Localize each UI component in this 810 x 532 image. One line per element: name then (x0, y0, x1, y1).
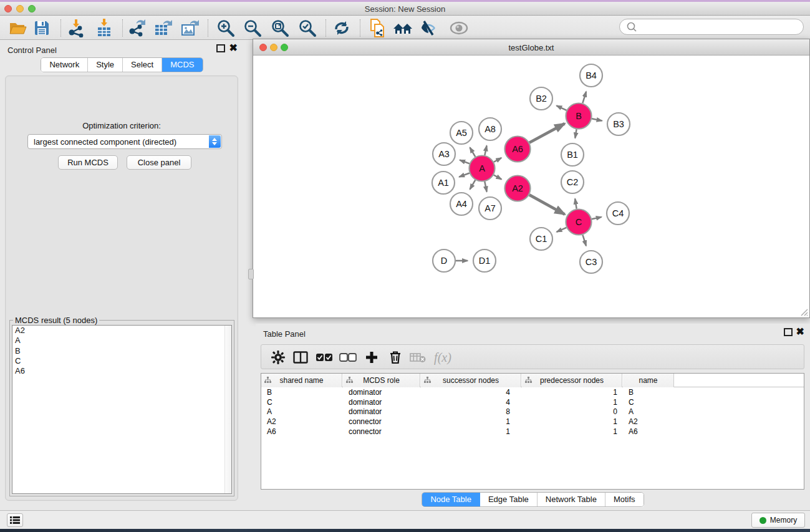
delete-table-icon[interactable] (407, 348, 428, 367)
table-row[interactable]: A6connector11A6 (261, 427, 804, 437)
save-session-icon[interactable] (30, 19, 54, 37)
graph-edge-B-B4[interactable] (582, 92, 586, 104)
graph-edge-B-B1[interactable] (575, 129, 576, 138)
table-cell[interactable]: A (261, 407, 342, 417)
zoom-fit-icon[interactable] (268, 19, 292, 37)
table-cell[interactable]: 4 (421, 398, 521, 408)
column-header[interactable]: name (623, 374, 674, 387)
graph-edge-C-C3[interactable] (582, 235, 586, 246)
network-view-window[interactable]: testGlobe.txt B4B2BB3A5A8A6A3B1AA1C2A2A4… (253, 39, 810, 318)
result-scrollbar[interactable] (224, 326, 231, 493)
mcds-result-item[interactable]: C (12, 356, 231, 366)
task-history-button[interactable] (7, 513, 23, 527)
graph-edge-A-A8[interactable] (485, 145, 486, 155)
column-header[interactable]: shared name (261, 374, 342, 387)
graph-edge-A-A5[interactable] (470, 147, 476, 157)
table-cell[interactable]: 1 (522, 388, 622, 398)
table-cell[interactable]: A6 (261, 427, 342, 437)
table-cell[interactable]: 1 (421, 427, 521, 437)
mcds-result-item[interactable]: A (12, 336, 231, 346)
mcds-result-item[interactable]: A2 (12, 326, 231, 336)
table-cell[interactable]: A2 (623, 417, 674, 427)
table-cell[interactable]: dominator (343, 407, 420, 417)
close-panel-icon[interactable]: ✖ (229, 42, 238, 54)
table-cell[interactable]: dominator (343, 398, 420, 408)
float-panel-icon[interactable] (216, 44, 225, 52)
table-cell[interactable]: connector (343, 427, 420, 437)
table-cell[interactable]: C (261, 398, 342, 408)
graph-edge-A-A1[interactable] (459, 173, 470, 177)
splitter-handle[interactable] (248, 269, 254, 279)
create-column-icon[interactable] (361, 348, 382, 367)
search-box[interactable] (619, 19, 804, 35)
zoom-in-icon[interactable] (214, 19, 238, 37)
select-all-columns-icon[interactable] (314, 348, 335, 367)
graph-edge-C-C1[interactable] (557, 228, 567, 232)
tab-style[interactable]: Style (88, 58, 123, 72)
tab-network-table[interactable]: Network Table (538, 493, 605, 506)
mcds-result-item[interactable]: B (12, 346, 231, 356)
import-table-icon[interactable] (92, 19, 116, 37)
tab-mcds[interactable]: MCDS (162, 58, 202, 72)
mcds-result-list[interactable]: A2ABCA6 (12, 325, 232, 494)
graph-edge-A-A7[interactable] (485, 181, 486, 191)
open-file-icon[interactable] (6, 19, 30, 37)
table-cell[interactable]: A6 (623, 427, 674, 437)
delete-column-icon[interactable] (385, 348, 406, 367)
table-layout-icon[interactable] (290, 348, 311, 367)
graph-edge-A-A3[interactable] (460, 160, 470, 164)
graph-edge-A6-B[interactable] (529, 123, 565, 143)
table-row[interactable]: Bdominator41B (261, 388, 804, 398)
clone-network-icon[interactable] (365, 19, 389, 37)
tab-select[interactable]: Select (123, 58, 162, 72)
zoom-out-icon[interactable] (241, 19, 264, 37)
run-mcds-button[interactable]: Run MCDS (58, 155, 118, 170)
table-cell[interactable]: 0 (522, 407, 622, 417)
function-builder-icon[interactable]: f(x) (432, 348, 453, 367)
table-cell[interactable]: connector (343, 417, 420, 427)
criterion-select[interactable]: largest connected component (directed) (27, 134, 222, 149)
network-graph[interactable]: B4B2BB3A5A8A6A3B1AA1C2A2A4A7C4CC1C3DD1 (254, 56, 809, 317)
close-panel-button[interactable]: Close panel (127, 155, 191, 170)
apply-layout-icon[interactable] (330, 19, 354, 37)
export-image-icon[interactable] (178, 19, 202, 37)
show-details-icon[interactable] (447, 19, 471, 37)
tab-motifs[interactable]: Motifs (605, 493, 644, 506)
graph-edge-C-C2[interactable] (575, 199, 577, 209)
table-cell[interactable]: 1 (522, 427, 622, 437)
table-cell[interactable]: 1 (522, 417, 622, 427)
table-cell[interactable]: B (623, 388, 674, 398)
graph-edge-A-A2[interactable] (494, 175, 502, 180)
column-header[interactable]: successor nodes (421, 374, 521, 387)
table-settings-icon[interactable] (268, 348, 289, 367)
float-table-panel-icon[interactable] (784, 328, 793, 336)
memory-button[interactable]: Memory (751, 513, 805, 528)
table-row[interactable]: Adominator80A (261, 407, 804, 417)
table-cell[interactable]: C (623, 398, 674, 408)
close-table-panel-icon[interactable]: ✖ (796, 326, 804, 338)
import-network-icon[interactable] (64, 19, 88, 37)
graph-edge-A2-C[interactable] (529, 195, 565, 214)
show-all-networks-icon[interactable] (392, 19, 415, 37)
graph-edge-B-B3[interactable] (592, 118, 602, 120)
graph-edge-B-B2[interactable] (556, 105, 566, 110)
table-cell[interactable]: dominator (343, 388, 420, 398)
mcds-result-item[interactable]: A6 (12, 366, 231, 376)
table-cell[interactable]: A2 (261, 417, 342, 427)
graph-edge-A-A4[interactable] (470, 180, 476, 190)
search-input[interactable] (641, 22, 803, 32)
table-cell[interactable]: 1 (522, 398, 622, 408)
network-window-titlebar[interactable]: testGlobe.txt (253, 39, 809, 56)
zoom-selected-icon[interactable] (296, 19, 319, 37)
table-row[interactable]: Cdominator41C (261, 398, 804, 408)
graph-edge-C-C4[interactable] (592, 217, 602, 219)
table-cell[interactable]: 4 (421, 388, 521, 398)
table-cell[interactable]: A (623, 407, 674, 417)
table-cell[interactable]: 1 (421, 417, 521, 427)
table-cell[interactable]: 8 (421, 407, 521, 417)
column-header[interactable]: MCDS role (343, 374, 420, 387)
export-network-icon[interactable] (125, 19, 149, 37)
tab-edge-table[interactable]: Edge Table (480, 493, 538, 506)
hide-details-icon[interactable] (418, 19, 442, 37)
export-table-icon[interactable] (152, 19, 175, 37)
